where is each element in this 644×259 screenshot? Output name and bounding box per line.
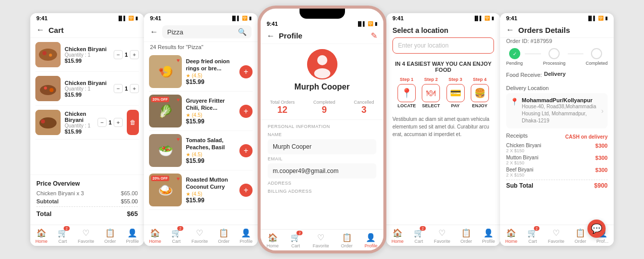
cart-item-info: Chicken Biryani Quantity : 1 $15.99 (65, 80, 110, 98)
favorite-icon[interactable]: ♥ (176, 57, 180, 63)
total-row: Total $65 (36, 206, 138, 218)
nav-profile[interactable]: 👤 Profile (239, 228, 253, 244)
svg-point-10 (41, 119, 45, 123)
increase-qty-btn[interactable]: + (130, 84, 139, 93)
nav-profile[interactable]: 👤 Profile (482, 228, 495, 244)
search-icon[interactable]: 🔍 (238, 28, 246, 36)
food-price: $15.99 (186, 157, 235, 164)
receipt-item-amount: $300 (596, 155, 608, 165)
nav-order[interactable]: 📋 Order (460, 228, 472, 244)
profile-icon: 👤 (241, 228, 251, 238)
food-name: Deep fried onion rings or bre... (186, 58, 235, 72)
address-block: MohammadPur/Kollyanpur House-40, Road38,… (522, 97, 598, 124)
increase-qty-btn[interactable]: + (114, 118, 123, 127)
nav-cart[interactable]: 🛒 2 Cart (414, 228, 424, 244)
order-content: Order ID: #187959 ✓ Pending Processing C (500, 38, 614, 225)
profile-icon: 👤 (483, 228, 493, 238)
favorite-icon[interactable]: ♥ (176, 136, 180, 142)
back-arrow[interactable]: ← (267, 31, 275, 40)
nav-order[interactable]: 📋 Order (341, 233, 353, 248)
status-line (525, 54, 541, 54)
nav-profile[interactable]: 👤 Profile (126, 228, 139, 244)
back-arrow[interactable]: ← (506, 25, 514, 34)
nav-cart-label: Cart (58, 239, 67, 244)
status-icons-1: ▐▌▌ 🛜 ▮ (117, 16, 138, 21)
profile-phone-wrapper: 9:41 ▐▌▌ 🛜 ▮ ← Profile ✎ (258, 6, 386, 253)
nav-favorite[interactable]: ♡ Favorite (548, 228, 565, 244)
nav-home[interactable]: 🏠 Home (35, 228, 47, 244)
stat-label: Total Orders (270, 100, 294, 105)
decrease-qty-btn[interactable]: − (114, 50, 123, 59)
home-icon: 🏠 (150, 228, 160, 238)
nav-favorite[interactable]: ♡ Favorite (313, 233, 329, 248)
edit-profile-icon[interactable]: ✎ (371, 31, 377, 40)
nav-cart[interactable]: 🛒 2 Cart (527, 228, 537, 244)
food-list: 🍤 ♥ Deep fried onion rings or bre... ★ (… (144, 52, 258, 225)
increase-qty-btn[interactable]: + (130, 50, 139, 59)
profile-header: Murph Cooper (261, 44, 383, 96)
location-input-wrap[interactable]: Enter your location (392, 37, 494, 54)
chat-bubble-btn[interactable]: 💬 (587, 220, 606, 238)
nav-home[interactable]: 🏠 Home (391, 228, 404, 244)
stat-cancelled: Cancelled 3 (354, 100, 374, 115)
step-label: Step 1 (394, 77, 419, 82)
add-to-cart-btn[interactable]: + (239, 105, 253, 118)
wifi-icon: 🛜 (242, 16, 247, 21)
location-input[interactable]: Enter your location (398, 42, 488, 49)
nav-home[interactable]: 🏠 Home (149, 228, 161, 244)
back-arrow[interactable]: ← (150, 27, 158, 36)
nav-favorite[interactable]: ♡ Favorite (434, 228, 451, 244)
receipt-item-amount: $300 (596, 167, 608, 178)
nav-favorite[interactable]: ♡ Favorite (78, 228, 94, 244)
food-image-wrap: 🥬 20% OFF ♥ (149, 95, 182, 127)
delivery-location-box: 📍 MohammadPur/Kollyanpur House-40, Road3… (506, 93, 608, 128)
heart-icon: ♡ (196, 228, 203, 238)
search-top-nav: ← Pizza 🔍 (144, 22, 258, 42)
stat-total-orders: Total Orders 12 (270, 100, 294, 115)
nav-order[interactable]: 📋 Order (575, 228, 586, 244)
nav-cart[interactable]: 🛒 2 Cart (290, 233, 301, 248)
subtotal-row: Subtotal $55.00 (36, 198, 138, 204)
address-detail: House-40, Road38,Mohammadia Housing Ltd,… (522, 103, 598, 124)
receipts-label: Receipts (506, 133, 528, 139)
svg-point-12 (317, 55, 327, 65)
cart-title: Cart (48, 26, 138, 34)
nav-cart[interactable]: 🛒 2 Cart (171, 228, 181, 244)
enjoy-title: IN 4 EASIEST WAY YOU CAN ENJOY FOOD (392, 61, 494, 73)
nav-home-label: Home (391, 239, 404, 244)
nav-order[interactable]: 📋 Order (218, 228, 229, 244)
nav-home[interactable]: 🏠 Home (505, 228, 517, 244)
add-to-cart-btn[interactable]: + (239, 144, 253, 157)
battery-icon: ▮ (135, 16, 138, 21)
add-to-cart-btn[interactable]: + (239, 184, 253, 197)
profile-stats: Total Orders 12 Completed 9 Cancelled 3 (261, 96, 383, 120)
favorite-icon[interactable]: ♥ (176, 97, 180, 103)
status-icons-3: ▐▌▌ 🛜 ▮ (357, 21, 377, 26)
cart-item: Chicken Biryani Quantity : 1 $15.99 − 1 … (35, 38, 139, 72)
back-arrow[interactable]: ← (36, 25, 44, 34)
total-label: Total (36, 210, 52, 218)
delete-item-btn[interactable]: 🗑 (127, 110, 139, 135)
address-label: ADDRESS (268, 181, 376, 186)
cart-badge: 2 (420, 226, 426, 231)
decrease-qty-btn[interactable]: − (114, 84, 123, 93)
cart-content: Chicken Biryani Quantity : 1 $15.99 − 1 … (30, 38, 144, 225)
nav-order[interactable]: 📋 Order (104, 228, 116, 244)
food-item[interactable]: 🍛 20% OFF ♥ Roasted Mutton Coconut Curry… (149, 170, 253, 210)
order-status-row: ✓ Pending Processing Completed (506, 48, 608, 66)
food-item[interactable]: 🍤 ♥ Deep fried onion rings or bre... ★ (… (149, 52, 253, 92)
add-to-cart-btn[interactable]: + (239, 65, 253, 78)
nav-profile[interactable]: 👤 Profile (365, 233, 378, 248)
status-icons-2: ▐▌▌ 🛜 ▮ (231, 16, 252, 21)
cart-screen: 9:41 ▐▌▌ 🛜 ▮ ← Cart Chicken Biryani (30, 13, 144, 246)
svg-point-6 (44, 87, 47, 90)
cart-item-name: Chicken Biryani (65, 111, 93, 123)
order-details-screen: 9:41 ▐▌▌ 🛜 ▮ ← Orders Details Order ID: … (500, 13, 614, 246)
nav-cart[interactable]: 🛒 2 Cart (58, 228, 68, 244)
decrease-qty-btn[interactable]: − (97, 118, 107, 127)
favorite-icon[interactable]: ♥ (176, 176, 180, 182)
nav-favorite[interactable]: ♡ Favorite (191, 228, 208, 244)
food-item[interactable]: 🥗 ♥ Tomato Salad, Peaches, Basil ★ (4.5)… (149, 131, 253, 170)
nav-home[interactable]: 🏠 Home (267, 233, 279, 248)
food-item[interactable]: 🥬 20% OFF ♥ Gruyere Fritter Chili, Rice.… (149, 92, 253, 131)
